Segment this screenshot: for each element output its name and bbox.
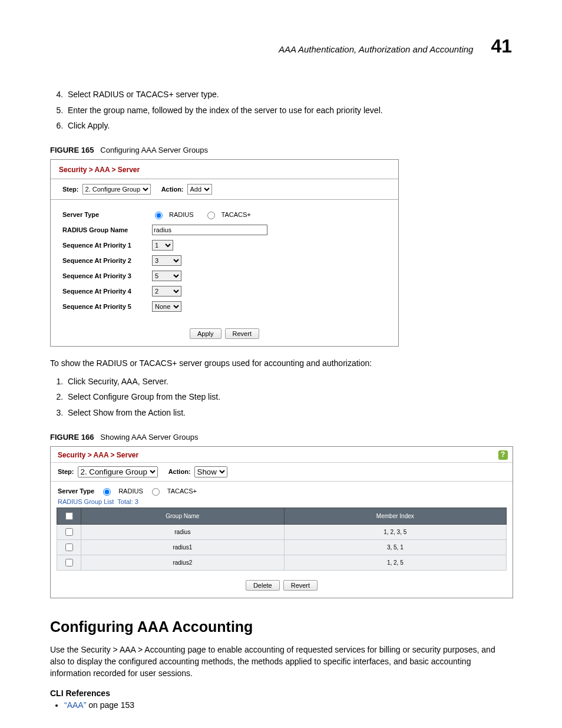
cell-group-name: radius <box>81 524 285 539</box>
seq-select-4[interactable]: 2 <box>152 286 181 297</box>
cli-link-tail: on page 153 <box>86 700 134 710</box>
col-member-index: Member Index <box>284 508 506 524</box>
figure-166-caption: FIGURE 166 Showing AAA Server Groups <box>50 433 512 442</box>
seq-select-1[interactable]: 1 <box>152 240 173 251</box>
cli-references-list: “AAA” on page 153 <box>50 700 512 710</box>
breadcrumb: Security > AAA > Server <box>58 451 138 459</box>
group-table: Group Name Member Index radius 1, 2, 3, … <box>57 508 507 571</box>
step-item: Select RADIUS or TACACS+ server type. <box>65 87 512 103</box>
steps-list-a: Select RADIUS or TACACS+ server type. En… <box>50 87 512 134</box>
radius-radio-label: RADIUS <box>118 487 143 495</box>
seq-label-2: Sequence At Priority 2 <box>62 257 145 264</box>
tacacs-radio-label: TACACS+ <box>167 487 197 495</box>
step-action-bar: Step: 2. Configure Group Action: Add <box>51 179 398 200</box>
table-row: radius1 3, 5, 1 <box>57 539 507 555</box>
tacacs-radio[interactable] <box>207 212 215 219</box>
seq-label-1: Sequence At Priority 1 <box>62 242 145 249</box>
step-label: Step: <box>58 468 74 475</box>
group-name-input[interactable] <box>152 225 267 235</box>
step-item: Click Security, AAA, Server. <box>65 374 512 390</box>
revert-button[interactable]: Revert <box>225 328 259 339</box>
radius-radio[interactable] <box>103 488 111 496</box>
seq-label-4: Sequence At Priority 4 <box>62 288 145 295</box>
action-select[interactable]: Add <box>187 184 212 195</box>
delete-button[interactable]: Delete <box>246 580 280 591</box>
seq-label-3: Sequence At Priority 3 <box>62 272 145 279</box>
tacacs-radio[interactable] <box>152 488 160 496</box>
row-checkbox[interactable] <box>65 528 73 536</box>
step-item: Select Show from the Action list. <box>65 405 512 421</box>
apply-button[interactable]: Apply <box>190 328 222 339</box>
step-item: Select Configure Group from the Step lis… <box>65 389 512 405</box>
seq-select-5[interactable]: None <box>152 301 181 312</box>
step-item: Enter the group name, followed by the in… <box>65 103 512 118</box>
server-type-label: Server Type <box>62 211 145 218</box>
table-row: radius2 1, 2, 5 <box>57 555 507 570</box>
row-checkbox[interactable] <box>65 543 73 551</box>
cell-group-name: radius2 <box>81 555 285 570</box>
seq-label-5: Sequence At Priority 5 <box>62 303 145 310</box>
section-heading: Configuring AAA Accounting <box>50 618 512 635</box>
figure-label: FIGURE 166 <box>50 433 94 442</box>
step-item: Click Apply. <box>65 118 512 134</box>
cell-member-index: 1, 2, 3, 5 <box>284 524 506 539</box>
cli-reference-item: “AAA” on page 153 <box>64 700 512 710</box>
group-name-label: RADIUS Group Name <box>62 226 145 233</box>
breadcrumb: Security > AAA > Server <box>51 160 398 179</box>
tacacs-radio-label: TACACS+ <box>222 211 251 218</box>
running-head-title: AAA Authentication, Authorization and Ac… <box>279 44 474 54</box>
step-label: Step: <box>62 186 79 193</box>
radius-radio[interactable] <box>155 212 163 219</box>
col-group-name: Group Name <box>81 508 285 524</box>
total-value: 3 <box>135 498 138 505</box>
step-select[interactable]: 2. Configure Group <box>78 466 158 477</box>
group-list-label: RADIUS Group List <box>58 498 114 505</box>
table-row: radius 1, 2, 3, 5 <box>57 524 507 539</box>
action-label: Action: <box>161 186 184 193</box>
seq-select-3[interactable]: 5 <box>152 271 181 281</box>
running-head: AAA Authentication, Authorization and Ac… <box>50 35 512 57</box>
radius-radio-label: RADIUS <box>169 211 194 218</box>
figure-166: Security > AAA > Server Step: 2. Configu… <box>50 446 513 598</box>
revert-button[interactable]: Revert <box>283 580 318 591</box>
mid-paragraph: To show the RADIUS or TACACS+ server gro… <box>50 358 512 368</box>
cell-member-index: 3, 5, 1 <box>284 539 506 555</box>
figure-caption-text: Configuring AAA Server Groups <box>100 146 208 154</box>
steps-list-b: Click Security, AAA, Server. Select Conf… <box>50 374 512 421</box>
select-all-checkbox[interactable] <box>65 512 73 520</box>
seq-select-2[interactable]: 3 <box>152 255 181 266</box>
running-head-chapter: 41 <box>491 35 512 57</box>
cell-group-name: radius1 <box>81 539 285 555</box>
server-type-radios: RADIUS TACACS+ <box>152 210 257 219</box>
section-paragraph: Use the Security > AAA > Accounting page… <box>50 644 512 680</box>
figure-caption-text: Showing AAA Server Groups <box>100 433 198 442</box>
row-checkbox[interactable] <box>65 559 73 566</box>
server-type-label: Server Type <box>58 487 94 495</box>
figure-165-caption: FIGURE 165 Configuring AAA Server Groups <box>50 146 512 154</box>
figure-label: FIGURE 165 <box>50 146 94 154</box>
figure-165: Security > AAA > Server Step: 2. Configu… <box>50 159 399 347</box>
step-select[interactable]: 2. Configure Group <box>82 184 151 195</box>
cli-link[interactable]: “AAA” <box>64 700 86 710</box>
cell-member-index: 1, 2, 5 <box>284 555 506 570</box>
help-icon[interactable] <box>498 450 508 460</box>
action-select[interactable]: Show <box>194 466 227 477</box>
action-label: Action: <box>168 468 191 475</box>
total-label: Total: <box>117 498 133 505</box>
cli-references-heading: CLI References <box>50 689 512 698</box>
